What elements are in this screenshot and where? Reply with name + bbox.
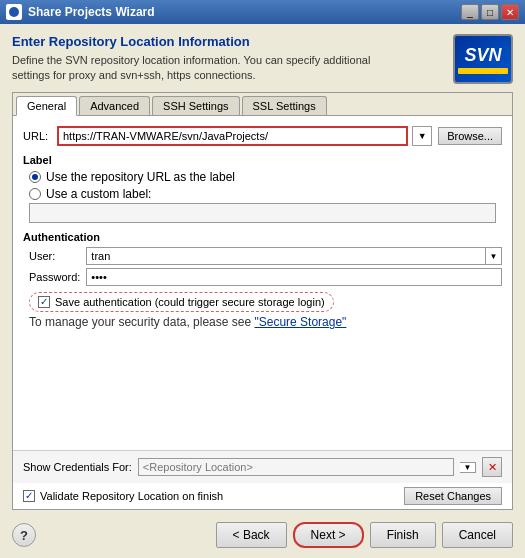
- password-label: Password:: [29, 271, 80, 283]
- url-label: URL:: [23, 130, 51, 142]
- password-input[interactable]: [86, 268, 502, 286]
- tab-general[interactable]: General: [16, 96, 77, 116]
- show-credentials-label: Show Credentials For:: [23, 461, 132, 473]
- maximize-button[interactable]: □: [481, 4, 499, 20]
- auth-section-title: Authentication: [23, 231, 502, 243]
- svn-logo: SVN: [453, 34, 513, 84]
- finish-button[interactable]: Finish: [370, 522, 436, 548]
- label-section-title: Label: [23, 154, 502, 166]
- title-bar: Share Projects Wizard _ □ ✕: [0, 0, 525, 24]
- browse-button[interactable]: Browse...: [438, 127, 502, 145]
- next-button[interactable]: Next >: [293, 522, 364, 548]
- back-button[interactable]: < Back: [216, 522, 287, 548]
- title-bar-icon: [6, 4, 22, 20]
- secure-storage-link[interactable]: "Secure Storage": [254, 315, 346, 329]
- tab-advanced[interactable]: Advanced: [79, 96, 150, 115]
- delete-credentials-button[interactable]: ✕: [482, 457, 502, 477]
- tab-bar: General Advanced SSH Settings SSL Settin…: [13, 93, 512, 116]
- radio-use-repo-url-label: Use the repository URL as the label: [46, 170, 235, 184]
- cancel-button[interactable]: Cancel: [442, 522, 513, 548]
- minimize-button[interactable]: _: [461, 4, 479, 20]
- validate-label: Validate Repository Location on finish: [40, 490, 223, 502]
- svg-point-0: [9, 7, 19, 17]
- reset-changes-button[interactable]: Reset Changes: [404, 487, 502, 505]
- page-title: Enter Repository Location Information: [12, 34, 372, 49]
- custom-label-input[interactable]: [29, 203, 496, 223]
- title-bar-title: Share Projects Wizard: [28, 5, 155, 19]
- url-input[interactable]: [57, 126, 408, 146]
- save-auth-label: Save authentication (could trigger secur…: [55, 296, 325, 308]
- user-label: User:: [29, 250, 80, 262]
- radio-use-custom-label-text: Use a custom label:: [46, 187, 151, 201]
- validate-checkbox[interactable]: [23, 490, 35, 502]
- radio-use-repo-url[interactable]: [29, 171, 41, 183]
- page-description: Define the SVN repository location infor…: [12, 53, 372, 84]
- user-input[interactable]: [86, 247, 486, 265]
- tab-ssl-settings[interactable]: SSL Settings: [242, 96, 327, 115]
- url-dropdown-button[interactable]: ▼: [412, 126, 432, 146]
- user-dropdown-button[interactable]: ▼: [486, 247, 502, 265]
- show-credentials-input[interactable]: [138, 458, 454, 476]
- close-button[interactable]: ✕: [501, 4, 519, 20]
- radio-use-custom-label[interactable]: [29, 188, 41, 200]
- show-credentials-dropdown[interactable]: ▼: [460, 462, 476, 473]
- secure-storage-note: To manage your security data, please see: [29, 315, 254, 329]
- help-button[interactable]: ?: [12, 523, 36, 547]
- save-auth-checkbox[interactable]: [38, 296, 50, 308]
- tab-ssh-settings[interactable]: SSH Settings: [152, 96, 239, 115]
